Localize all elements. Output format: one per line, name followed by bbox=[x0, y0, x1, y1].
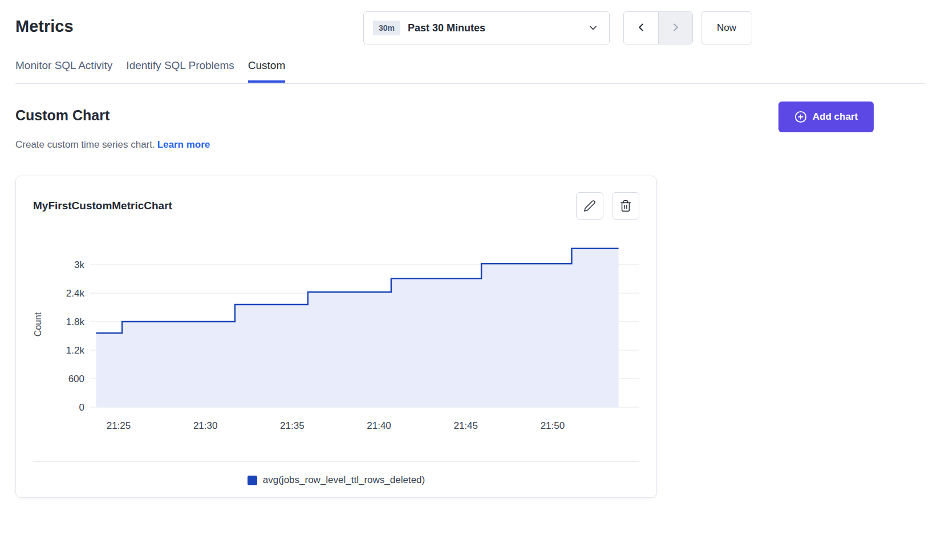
time-window-dropdown[interactable]: 30m Past 30 Minutes bbox=[363, 11, 610, 44]
y-tick-label: 600 bbox=[68, 374, 84, 384]
legend-row: avg(jobs_row_level_ttl_rows_deleted) bbox=[33, 462, 639, 486]
y-axis-label: Count bbox=[33, 312, 43, 336]
legend-swatch bbox=[248, 476, 257, 485]
tab-custom[interactable]: Custom bbox=[248, 59, 285, 83]
x-tick-label: 21:40 bbox=[367, 420, 391, 431]
x-tick-label: 21:50 bbox=[541, 420, 565, 431]
time-window-badge: 30m bbox=[373, 21, 400, 35]
y-tick-label: 0 bbox=[79, 402, 84, 413]
time-series-chart: 06001.2k1.8k2.4k3k21:2521:3021:3521:4021… bbox=[33, 229, 640, 434]
edit-chart-button[interactable] bbox=[576, 192, 603, 220]
chart-area: 06001.2k1.8k2.4k3k21:2521:3021:3521:4021… bbox=[33, 229, 639, 436]
legend-label: avg(jobs_row_level_ttl_rows_deleted) bbox=[263, 474, 425, 486]
now-button[interactable]: Now bbox=[701, 11, 752, 44]
metrics-page: Metrics 30m Past 30 Minutes Now Monito bbox=[0, 0, 941, 560]
pencil-icon bbox=[583, 200, 596, 212]
y-tick-label: 1.8k bbox=[66, 316, 85, 327]
tab-monitor-sql-activity[interactable]: Monitor SQL Activity bbox=[15, 59, 112, 83]
chart-title: MyFirstCustomMetricChart bbox=[33, 200, 172, 212]
add-chart-label: Add chart bbox=[813, 111, 858, 123]
chart-actions bbox=[576, 192, 639, 220]
tabs: Monitor SQL Activity Identify SQL Proble… bbox=[15, 59, 285, 83]
delete-chart-button[interactable] bbox=[612, 192, 639, 220]
previous-time-button[interactable] bbox=[624, 12, 658, 44]
y-tick-label: 3k bbox=[74, 259, 84, 270]
trash-icon bbox=[619, 200, 632, 212]
legend-item[interactable]: avg(jobs_row_level_ttl_rows_deleted) bbox=[248, 474, 425, 486]
tab-identify-sql-problems[interactable]: Identify SQL Problems bbox=[126, 59, 234, 83]
time-step-group bbox=[623, 11, 693, 44]
chevron-right-icon bbox=[670, 21, 682, 35]
series-area bbox=[96, 249, 618, 407]
time-controls: 30m Past 30 Minutes Now bbox=[363, 11, 752, 44]
y-tick-label: 2.4k bbox=[66, 288, 85, 299]
custom-chart-card: MyFirstCustomMetricChart 06001.2k1.8k2.4… bbox=[15, 176, 657, 498]
learn-more-link[interactable]: Learn more bbox=[157, 139, 210, 150]
chevron-left-icon bbox=[635, 21, 647, 35]
x-tick-label: 21:25 bbox=[107, 420, 131, 431]
section-title: Custom Chart bbox=[15, 107, 109, 124]
tabs-divider bbox=[15, 83, 926, 84]
time-window-label: Past 30 Minutes bbox=[408, 22, 580, 34]
x-tick-label: 21:45 bbox=[453, 420, 478, 431]
add-chart-button[interactable]: Add chart bbox=[778, 102, 874, 132]
chart-card-header: MyFirstCustomMetricChart bbox=[33, 192, 639, 220]
plus-circle-icon bbox=[794, 111, 807, 123]
page-title: Metrics bbox=[15, 17, 74, 36]
chevron-down-icon bbox=[587, 22, 599, 34]
next-time-button[interactable] bbox=[658, 12, 692, 44]
section-subtitle: Create custom time series chart.Learn mo… bbox=[15, 139, 210, 151]
y-tick-label: 1.2k bbox=[66, 345, 85, 356]
x-tick-label: 21:30 bbox=[193, 420, 218, 431]
x-tick-label: 21:35 bbox=[280, 420, 305, 431]
subtitle-text: Create custom time series chart. bbox=[15, 139, 155, 150]
